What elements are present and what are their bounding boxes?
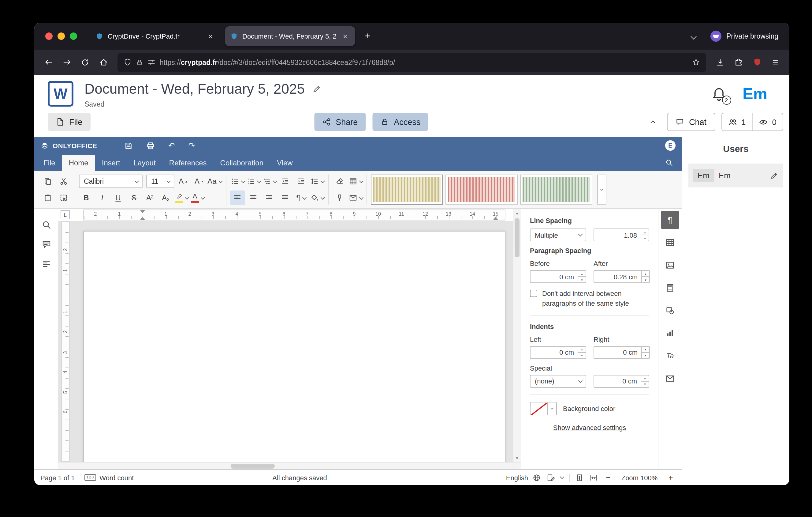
chat-button[interactable]: Chat [667, 113, 715, 131]
multilevel-list-button[interactable] [262, 174, 277, 189]
vertical-scroll-thumb[interactable] [515, 218, 520, 257]
special-indent-spinner[interactable]: 0 cm▴▾ [593, 375, 649, 388]
background-color-dropdown[interactable] [547, 403, 556, 415]
decrease-indent-button[interactable] [278, 174, 292, 189]
undo-icon[interactable]: ↶ [168, 141, 175, 150]
zoom-in-button[interactable]: + [666, 472, 675, 482]
line-spacing-button[interactable] [310, 174, 324, 189]
align-right-button[interactable] [262, 191, 277, 205]
account-avatar[interactable]: Em [743, 84, 767, 104]
spin-up-icon[interactable]: ▴ [641, 229, 648, 235]
horizontal-ruler[interactable]: 2 1 1 2 3 4 5 6 7 [83, 210, 505, 220]
paste-button[interactable] [40, 191, 55, 205]
spin-down-icon[interactable]: ▾ [642, 352, 649, 358]
line-spacing-select[interactable]: Multiple [530, 228, 586, 241]
ublock-button[interactable] [748, 54, 766, 71]
back-button[interactable] [39, 54, 58, 71]
share-button[interactable]: Share [314, 113, 366, 131]
shape-settings-button[interactable] [661, 301, 679, 320]
style-preview-2[interactable] [445, 174, 518, 205]
show-advanced-settings-link[interactable]: Show advanced settings [530, 424, 649, 431]
document-language-button[interactable]: English [506, 473, 541, 482]
italic-button[interactable]: I [95, 191, 110, 205]
chart-settings-button[interactable] [661, 324, 679, 343]
copy-style-button[interactable] [332, 191, 347, 205]
search-icon[interactable] [665, 158, 673, 166]
vertical-scroll-track[interactable] [513, 217, 521, 454]
table-settings-button[interactable] [661, 234, 679, 252]
strikethrough-button[interactable]: S [127, 191, 141, 205]
mail-merge-settings-button[interactable] [661, 370, 679, 388]
new-tab-button[interactable]: + [360, 28, 376, 44]
tab-close-icon[interactable]: × [206, 31, 215, 41]
notifications-button[interactable]: 2 [711, 86, 727, 102]
menu-tab-references[interactable]: References [163, 155, 213, 171]
menu-tab-file[interactable]: File [37, 155, 62, 171]
menu-tab-insert[interactable]: Insert [95, 155, 127, 171]
maximize-window-button[interactable] [70, 32, 77, 40]
clear-style-button[interactable] [332, 174, 347, 189]
numbering-button[interactable] [246, 174, 261, 189]
redo-icon[interactable]: ↷ [188, 141, 195, 150]
menu-tab-view[interactable]: View [270, 155, 299, 171]
font-size-select[interactable]: 11 [146, 174, 174, 188]
spin-down-icon[interactable]: ▾ [641, 235, 648, 241]
indent-right-spinner[interactable]: 0 cm▴▾ [593, 346, 650, 359]
list-all-tabs-icon[interactable] [686, 28, 702, 44]
right-indent-marker[interactable] [493, 217, 498, 220]
subscript-button[interactable]: A₂ [158, 191, 173, 205]
fit-width-icon[interactable] [589, 473, 598, 482]
justify-button[interactable] [278, 191, 292, 205]
collapse-toolbar-button[interactable] [645, 114, 661, 130]
interval-checkbox[interactable] [530, 290, 537, 297]
image-settings-button[interactable] [661, 256, 679, 274]
print-icon[interactable] [146, 141, 155, 150]
editor-user-avatar[interactable]: E [665, 140, 675, 151]
page-viewport[interactable]: 2 1 1 2 3 4 5 6 [58, 221, 513, 462]
cut-button[interactable] [56, 174, 71, 189]
paragraph-settings-button[interactable]: ¶ [661, 211, 679, 229]
increase-indent-button[interactable] [294, 174, 309, 189]
viewers-count[interactable]: 0 [752, 113, 783, 131]
rename-pencil-icon[interactable] [312, 84, 321, 94]
navigation-icon[interactable] [41, 259, 51, 269]
minimize-window-button[interactable] [58, 32, 65, 40]
url-bar[interactable]: https://cryptpad.fr/doc/#/3/doc/edit/ff0… [117, 53, 706, 71]
access-button[interactable]: Access [372, 113, 428, 131]
underline-button[interactable]: U [111, 191, 125, 205]
forward-button[interactable] [58, 54, 76, 71]
spin-down-icon[interactable]: ▾ [641, 381, 648, 387]
spin-down-icon[interactable]: ▾ [642, 276, 649, 282]
spin-down-icon[interactable]: ▾ [578, 276, 586, 282]
extensions-button[interactable] [729, 54, 748, 71]
spin-up-icon[interactable]: ▴ [641, 376, 648, 381]
table-style-button[interactable] [348, 174, 363, 189]
line-spacing-amount-spinner[interactable]: 1.08▴▾ [593, 228, 649, 241]
shading-button[interactable] [310, 191, 324, 205]
horizontal-scroll-thumb[interactable] [231, 464, 275, 469]
lock-icon[interactable] [136, 58, 143, 66]
change-case-button[interactable]: Aa [207, 174, 222, 189]
tracking-protection-shield-icon[interactable] [124, 58, 132, 66]
style-preview-3[interactable] [520, 174, 592, 205]
left-indent-marker[interactable] [140, 217, 145, 220]
spacing-before-spinner[interactable]: 0 cm▴▾ [530, 270, 586, 283]
horizontal-scroll-track[interactable] [58, 462, 513, 469]
nonprinting-characters-button[interactable]: ¶ [294, 191, 309, 205]
styles-gallery-expand-button[interactable] [597, 174, 606, 205]
spin-up-icon[interactable]: ▴ [578, 271, 586, 276]
word-count-button[interactable]: 123 Word count [85, 474, 134, 481]
document-title[interactable]: Document - Wed, February 5, 2025 [84, 81, 305, 98]
edit-name-pencil-icon[interactable] [770, 171, 778, 180]
comments-icon[interactable] [41, 240, 51, 249]
tab-cryptdrive[interactable]: CryptDrive - CryptPad.fr × [91, 26, 220, 46]
scroll-down-arrow[interactable]: ▼ [513, 454, 521, 462]
page-indicator[interactable]: Page 1 of 1 [40, 474, 75, 481]
tab-document[interactable]: Document - Wed, February 5, 2025 × [225, 26, 355, 46]
find-icon[interactable] [41, 220, 51, 230]
copy-button[interactable] [40, 174, 55, 189]
align-left-button[interactable] [230, 191, 245, 205]
select-all-button[interactable] [56, 191, 71, 205]
downloads-button[interactable] [711, 54, 729, 71]
font-family-select[interactable]: Calibri [79, 174, 143, 188]
